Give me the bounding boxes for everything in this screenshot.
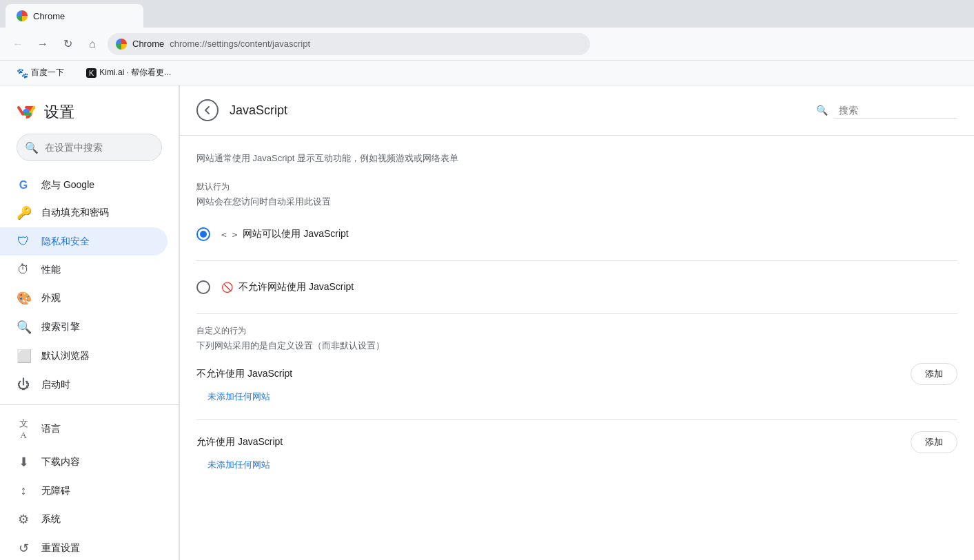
- bookmark-kimi-icon: K: [86, 68, 97, 78]
- allow-divider: [196, 419, 957, 420]
- language-icon: 文A: [17, 417, 30, 441]
- option-divider: [196, 260, 957, 261]
- nav-label-downloads: 下载内容: [41, 456, 80, 468]
- custom-behavior-section: 自定义的行为 下列网站采用的是自定义设置（而非默认设置） 不允许使用 JavaS…: [196, 325, 957, 471]
- address-text: chrome://settings/content/javascript: [170, 39, 310, 49]
- blocked-icon: 🚫: [221, 282, 233, 293]
- sidebar: 设置 🔍 G 您与 Google 🔑 自动填充和密码 🛡 隐私和安全: [0, 85, 179, 560]
- accessibility-icon: ↕: [17, 484, 30, 498]
- nav-label-privacy: 隐私和安全: [41, 236, 90, 248]
- site-name-label: Chrome: [132, 39, 164, 49]
- downloads-icon: ⬇: [17, 455, 30, 470]
- allow-section: 允许使用 JavaScript 添加 未添加任何网站: [196, 431, 957, 471]
- bookmark-kimi-label: Kimi.ai · 帮你看更...: [99, 67, 171, 79]
- nav-item-default-browser[interactable]: ⬜ 默认浏览器: [0, 342, 168, 371]
- bookmark-baidu-label: 百度一下: [31, 67, 64, 79]
- custom-behavior-sub: 下列网站采用的是自定义设置（而非默认设置）: [196, 340, 957, 352]
- nav-label-performance: 性能: [41, 264, 61, 276]
- bookmarks-bar: 🐾 百度一下 K Kimi.ai · 帮你看更...: [0, 61, 974, 85]
- allow-empty-text: 未添加任何网站: [196, 454, 281, 475]
- panel-search-icon: 🔍: [816, 105, 828, 116]
- back-arrow-icon: [202, 105, 213, 116]
- js-panel-header: JavaScript 🔍: [180, 85, 974, 136]
- panel-body: 网站通常使用 JavaScript 显示互动功能，例如视频游戏或网络表单 默认行…: [180, 136, 974, 504]
- nav-label-startup: 启动时: [41, 379, 70, 391]
- disallow-javascript-option[interactable]: 🚫 不允许网站使用 JavaScript: [196, 272, 957, 302]
- settings-title: 设置: [44, 102, 74, 123]
- nav-bar: ← → ↻ ⌂ Chrome chrome://settings/content…: [0, 28, 974, 61]
- active-tab[interactable]: Chrome: [6, 4, 143, 28]
- nav-item-startup[interactable]: ⏻ 启动时: [0, 371, 168, 399]
- reload-button[interactable]: ↻: [58, 34, 77, 54]
- nav-label-reset: 重置设置: [41, 542, 80, 554]
- allow-header: 允许使用 JavaScript 添加: [196, 431, 957, 453]
- panel-title: JavaScript: [230, 103, 287, 118]
- main-content: JavaScript 🔍 网站通常使用 JavaScript 显示互动功能，例如…: [179, 85, 974, 560]
- nav-item-privacy[interactable]: 🛡 隐私和安全: [0, 227, 168, 256]
- nav-item-reset[interactable]: ↺ 重置设置: [0, 534, 168, 560]
- panel-search-area: 🔍: [816, 102, 957, 119]
- custom-behavior-label: 自定义的行为: [196, 325, 957, 337]
- performance-icon: ⏱: [17, 262, 30, 277]
- nav-label-google: 您与 Google: [41, 179, 94, 191]
- browser-icon: ⬜: [17, 349, 30, 364]
- bookmark-baidu-icon: 🐾: [17, 68, 28, 79]
- home-button[interactable]: ⌂: [83, 34, 102, 54]
- forward-button[interactable]: →: [33, 34, 52, 54]
- nav-item-system[interactable]: ⚙ 系统: [0, 505, 168, 534]
- bookmark-kimi[interactable]: K Kimi.ai · 帮你看更...: [81, 64, 176, 81]
- nav-item-autofill[interactable]: 🔑 自动填充和密码: [0, 198, 168, 227]
- nav-item-search[interactable]: 🔍 搜索引擎: [0, 313, 168, 342]
- allow-radio-button[interactable]: [196, 227, 210, 241]
- nav-label-autofill: 自动填充和密码: [41, 207, 109, 219]
- nav-label-system: 系统: [41, 513, 61, 526]
- settings-header: 设置: [0, 96, 179, 134]
- nav-item-downloads[interactable]: ⬇ 下载内容: [0, 448, 168, 477]
- panel-search-input[interactable]: [833, 102, 957, 119]
- tab-bar: Chrome: [0, 0, 974, 28]
- nav-item-performance[interactable]: ⏱ 性能: [0, 256, 168, 284]
- nav-item-accessibility[interactable]: ↕ 无障碍: [0, 477, 168, 505]
- site-favicon: [116, 39, 127, 50]
- allow-javascript-option[interactable]: < > 网站可以使用 JavaScript: [196, 219, 957, 249]
- disallow-radio-button[interactable]: [196, 280, 210, 294]
- block-empty: 未添加任何网站: [196, 391, 957, 403]
- code-icon: < >: [221, 229, 237, 240]
- tab-label: Chrome: [33, 11, 65, 21]
- search-engine-icon: 🔍: [17, 320, 30, 335]
- panel-description: 网站通常使用 JavaScript 显示互动功能，例如视频游戏或网络表单: [196, 152, 957, 165]
- settings-search-container: 🔍: [17, 134, 162, 161]
- nav-label-language: 语言: [41, 423, 61, 435]
- nav-label-appearance: 外观: [41, 292, 61, 304]
- settings-page: 设置 🔍 G 您与 Google 🔑 自动填充和密码 🛡 隐私和安全: [0, 85, 974, 560]
- nav-label-default-browser: 默认浏览器: [41, 350, 90, 362]
- nav-label-search: 搜索引擎: [41, 321, 80, 333]
- default-behavior-label: 默认行为: [196, 181, 957, 193]
- section-divider: [196, 313, 957, 314]
- nav-item-language[interactable]: 文A 语言: [0, 411, 168, 448]
- address-bar[interactable]: Chrome chrome://settings/content/javascr…: [108, 33, 590, 55]
- block-add-button[interactable]: 添加: [911, 363, 957, 385]
- back-button[interactable]: [196, 99, 219, 121]
- allow-add-button[interactable]: 添加: [911, 431, 957, 453]
- key-icon: 🔑: [17, 205, 30, 220]
- search-wrapper: 🔍: [17, 134, 162, 161]
- nav-item-appearance[interactable]: 🎨 外观: [0, 284, 168, 313]
- allow-title: 允许使用 JavaScript: [196, 436, 283, 448]
- block-section: 不允许使用 JavaScript 添加 未添加任何网站: [196, 363, 957, 403]
- search-icon: 🔍: [25, 141, 39, 154]
- disallow-label-text: 不允许网站使用 JavaScript: [239, 281, 354, 293]
- system-icon: ⚙: [17, 512, 30, 527]
- startup-icon: ⏻: [17, 377, 30, 392]
- bookmark-baidu[interactable]: 🐾 百度一下: [11, 64, 70, 81]
- nav-item-google[interactable]: G 您与 Google: [0, 172, 168, 198]
- allow-radio-label: < > 网站可以使用 JavaScript: [221, 228, 349, 240]
- default-behavior-sub: 网站会在您访问时自动采用此设置: [196, 196, 957, 208]
- chrome-logo: [17, 103, 36, 122]
- allow-empty: 未添加任何网站: [196, 459, 957, 471]
- chrome-tab-icon: [17, 10, 28, 21]
- back-button[interactable]: ←: [8, 34, 28, 54]
- block-header: 不允许使用 JavaScript 添加: [196, 363, 957, 385]
- reset-icon: ↺: [17, 541, 30, 556]
- panel-title-area: JavaScript: [196, 99, 287, 121]
